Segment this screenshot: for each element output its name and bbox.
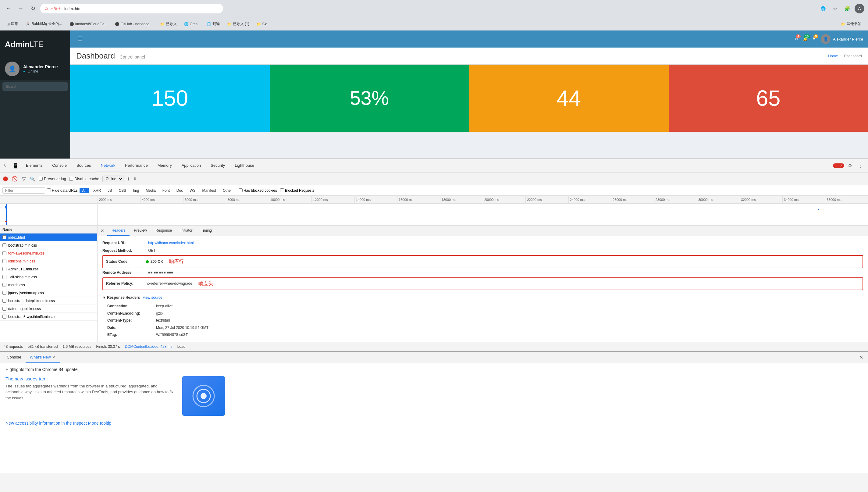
file-checkbox-6[interactable] bbox=[2, 283, 6, 287]
file-checkbox-10[interactable] bbox=[2, 315, 6, 319]
close-panel-btn[interactable]: ✕ bbox=[98, 228, 107, 233]
file-row-jvectormap[interactable]: jquery-jvectormap.css bbox=[0, 289, 97, 297]
preserve-log-label[interactable]: Preserve log bbox=[39, 176, 66, 181]
filter-toggle[interactable]: ▽ bbox=[21, 175, 26, 182]
record-button[interactable] bbox=[3, 176, 8, 181]
bookmark-github[interactable]: ⚫ GitHub - nanodog... bbox=[112, 21, 156, 27]
nav-user[interactable]: 👤 Alexander Pierce bbox=[821, 34, 863, 44]
devtools-more-btn[interactable]: ⋮ bbox=[856, 163, 866, 169]
forward-button[interactable]: → bbox=[16, 4, 26, 14]
file-row-datepicker[interactable]: bootstrap-datepicker.min.css bbox=[0, 297, 97, 305]
hide-data-urls-checkbox[interactable] bbox=[47, 189, 51, 192]
tab-application[interactable]: Application bbox=[177, 159, 206, 172]
file-checkbox-9[interactable] bbox=[2, 307, 6, 311]
filter-js[interactable]: JS bbox=[105, 188, 114, 193]
tab-memory[interactable]: Memory bbox=[153, 159, 177, 172]
filter-all[interactable]: All bbox=[80, 188, 89, 193]
bookmark-go[interactable]: 📁 Go bbox=[254, 21, 270, 27]
filter-css[interactable]: CSS bbox=[116, 188, 129, 193]
tab-performance[interactable]: Performance bbox=[120, 159, 152, 172]
nav-messages[interactable]: ✉ 4 bbox=[795, 37, 798, 41]
tab-elements[interactable]: Elements bbox=[21, 159, 47, 172]
filter-doc[interactable]: Doc bbox=[174, 188, 185, 193]
header-tab-timing[interactable]: Timing bbox=[197, 226, 216, 236]
nav-notifications[interactable]: 🔔 10 bbox=[803, 37, 808, 41]
header-tab-response[interactable]: Response bbox=[151, 226, 176, 236]
bookmark-translate[interactable]: 🌐 翻译 bbox=[204, 20, 223, 28]
filter-input[interactable] bbox=[2, 188, 45, 194]
devtools-settings-btn[interactable]: ⚙ bbox=[845, 163, 854, 169]
breadcrumb-home[interactable]: Home bbox=[828, 54, 838, 58]
file-checkbox-2[interactable] bbox=[2, 251, 6, 255]
whats-new-close[interactable]: ✕ bbox=[53, 355, 56, 359]
header-tab-headers[interactable]: Headers bbox=[107, 226, 130, 236]
bookmark-gmail[interactable]: 🌐 Gmail bbox=[181, 21, 202, 27]
nav-tasks[interactable]: ⚑ 9 bbox=[813, 37, 816, 41]
clear-button[interactable]: 🚫 bbox=[11, 175, 18, 182]
file-checkbox-5[interactable] bbox=[2, 275, 6, 279]
filter-other[interactable]: Other bbox=[220, 188, 234, 193]
dom-content-loaded[interactable]: DOMContentLoaded: 428 ms bbox=[125, 344, 173, 349]
tab-security[interactable]: Security bbox=[206, 159, 230, 172]
nav-toggle[interactable]: ☰ bbox=[75, 33, 85, 45]
disable-cache-checkbox[interactable] bbox=[69, 177, 73, 181]
tab-network[interactable]: Network bbox=[96, 159, 120, 172]
file-row-adminlte[interactable]: AdminLTE.min.css bbox=[0, 265, 97, 273]
whats-new-tab[interactable]: What's New ✕ bbox=[26, 352, 60, 363]
hide-data-urls-label[interactable]: Hide data URLs bbox=[47, 189, 78, 193]
file-row-morris[interactable]: morris.css bbox=[0, 281, 97, 289]
bookmark-imported2[interactable]: 📁 已导入 (1) bbox=[224, 20, 252, 28]
search-input[interactable] bbox=[2, 82, 68, 91]
filter-xhr[interactable]: XHR bbox=[91, 188, 103, 193]
file-checkbox-0[interactable] bbox=[2, 235, 6, 239]
file-checkbox-3[interactable] bbox=[2, 259, 6, 263]
has-blocked-cookies-label[interactable]: Has blocked cookies bbox=[239, 189, 277, 193]
translate-button[interactable]: 🌐 bbox=[818, 4, 828, 14]
header-tab-initiator[interactable]: Initiator bbox=[176, 226, 197, 236]
filter-font[interactable]: Font bbox=[160, 188, 172, 193]
bookmark-cloudflare[interactable]: ⚫ luodaoyi/CloudFla... bbox=[67, 21, 111, 27]
address-bar[interactable]: ⚠ 不安全 index.html bbox=[40, 4, 223, 14]
console-tab[interactable]: Console bbox=[2, 352, 26, 363]
import-button[interactable]: ⬆ bbox=[126, 176, 130, 181]
devtools-cursor-btn[interactable]: ↖ bbox=[0, 159, 10, 172]
search-button[interactable]: 🔍 bbox=[29, 176, 36, 182]
tab-console[interactable]: Console bbox=[47, 159, 72, 172]
tab-lighthouse[interactable]: Lighthouse bbox=[230, 159, 259, 172]
file-checkbox-8[interactable] bbox=[2, 299, 6, 303]
file-row-bootstrap[interactable]: bootstrap.min.css bbox=[0, 241, 97, 249]
bookmark-rabbitmq[interactable]: 🐰 RabbitMq 最全的... bbox=[23, 20, 65, 28]
bookmark-others[interactable]: 📁 其他书签 bbox=[838, 20, 864, 28]
view-source-link[interactable]: view source bbox=[143, 294, 162, 301]
file-row-ionicons[interactable]: ionicons.min.css bbox=[0, 257, 97, 265]
filter-manifest[interactable]: Manifest bbox=[200, 188, 219, 193]
extensions-button[interactable]: 🧩 bbox=[842, 4, 852, 14]
bookmark-apps[interactable]: ⊞ 应用 bbox=[4, 20, 21, 28]
file-row-daterangepicker[interactable]: daterangepicker.css bbox=[0, 305, 97, 313]
file-row-index[interactable]: index.html bbox=[0, 233, 97, 241]
file-checkbox-7[interactable] bbox=[2, 291, 6, 295]
back-button[interactable]: ← bbox=[4, 4, 14, 14]
blocked-requests-checkbox[interactable] bbox=[280, 189, 284, 192]
header-tab-preview[interactable]: Preview bbox=[130, 226, 151, 236]
file-checkbox-1[interactable] bbox=[2, 243, 6, 247]
disable-cache-label[interactable]: Disable cache bbox=[69, 176, 99, 181]
throttle-select[interactable]: Online bbox=[102, 176, 123, 182]
devtools-mobile-btn[interactable]: 📱 bbox=[10, 159, 21, 172]
preserve-log-checkbox[interactable] bbox=[39, 177, 43, 181]
profile-button[interactable]: A bbox=[854, 4, 864, 14]
file-checkbox-4[interactable] bbox=[2, 267, 6, 271]
export-button[interactable]: ⬇ bbox=[133, 176, 137, 181]
tab-sources[interactable]: Sources bbox=[72, 159, 96, 172]
bookmark-imported[interactable]: 📁 已导入 bbox=[157, 20, 180, 28]
reload-button[interactable]: ↻ bbox=[28, 4, 38, 14]
filter-img[interactable]: Img bbox=[130, 188, 142, 193]
bookmark-button[interactable]: ☆ bbox=[830, 4, 840, 14]
card2-link[interactable]: New accessibility information in the Ins… bbox=[5, 421, 111, 425]
file-row-allskins[interactable]: _all-skins.min.css bbox=[0, 273, 97, 281]
filter-media[interactable]: Media bbox=[143, 188, 158, 193]
blocked-requests-label[interactable]: Blocked Requests bbox=[280, 189, 314, 193]
close-console-btn[interactable]: ✕ bbox=[857, 354, 866, 360]
file-row-wysihtml5[interactable]: bootstrap3-wysihtml5.min.css bbox=[0, 313, 97, 321]
filter-ws[interactable]: WS bbox=[187, 188, 198, 193]
